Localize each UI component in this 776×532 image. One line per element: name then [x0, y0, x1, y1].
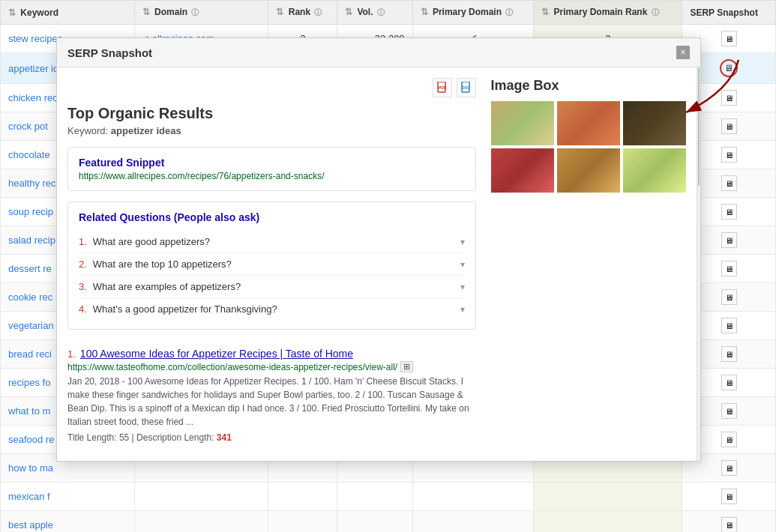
keyword-link[interactable]: cookie rec: [8, 291, 52, 303]
info-icon-primary-domain-rank: ⓘ: [652, 8, 659, 16]
chevron-down-icon: ▾: [460, 304, 465, 315]
related-question-item[interactable]: 2.What are the top 10 appetizers?▾: [79, 253, 465, 276]
keyword-cell: mexican f: [1, 483, 135, 511]
related-questions-title: Related Questions (People also ask): [79, 211, 465, 223]
serp-snapshot-button[interactable]: 🖥: [721, 289, 737, 305]
keyword-link[interactable]: what to m: [8, 405, 50, 417]
col-header-keyword[interactable]: ⇅ Keyword: [1, 1, 135, 25]
doc-icon: DOC: [461, 82, 472, 94]
serp-snapshot-button[interactable]: 🖥: [721, 375, 737, 390]
keyword-link[interactable]: healthy rec: [8, 178, 56, 189]
keyword-subtitle: Keyword: appetizer ideas: [67, 125, 476, 136]
keyword-link[interactable]: bread reci: [8, 348, 52, 360]
featured-snippet-label[interactable]: Featured Snippet: [79, 157, 465, 169]
food-image-5: [557, 148, 620, 193]
keyword-link[interactable]: stew recipes: [8, 33, 62, 44]
serp-snapshot-button[interactable]: 🖥: [721, 31, 737, 46]
keyword-link[interactable]: how to ma: [8, 462, 53, 474]
serp-snapshot-button[interactable]: 🖥: [721, 460, 737, 476]
modal-left-column: PDF DOC Top Organic Results Keyword: app…: [67, 78, 476, 450]
keyword-link[interactable]: best apple: [8, 519, 53, 531]
volume-cell: [337, 511, 413, 533]
col-header-primary-domain[interactable]: ⇅ Primary Domain ⓘ: [412, 1, 534, 25]
monitor-icon: 🖥: [725, 208, 733, 217]
rank-cell: [268, 511, 337, 533]
related-question-item[interactable]: 3.What are examples of appetizers?▾: [79, 276, 465, 298]
serp-snapshot-button[interactable]: 🖥: [721, 232, 737, 248]
keyword-link[interactable]: chocolate: [8, 149, 50, 160]
monitor-icon: 🖥: [725, 122, 733, 131]
info-icon-vol: ⓘ: [377, 8, 385, 16]
col-header-vol[interactable]: ⇅ Vol. ⓘ: [337, 1, 413, 25]
question-number: 2.: [79, 259, 87, 270]
keyword-link[interactable]: seafood re: [8, 434, 54, 445]
serp-snapshot-button[interactable]: 🖥: [721, 261, 737, 276]
keyword-link[interactable]: soup recip: [8, 206, 53, 217]
serp-snapshot-button[interactable]: 🖥: [721, 175, 737, 191]
related-question-item[interactable]: 1.What are good appetizers?▾: [79, 231, 465, 253]
modal-right-column: Image Box: [491, 78, 686, 450]
result-title[interactable]: 100 Awesome Ideas for Appetizer Recipes …: [80, 348, 353, 360]
serp-snapshot-button[interactable]: 🖥: [721, 147, 737, 163]
result-meta: Title Length: 55 | Description Length: 3…: [67, 432, 476, 443]
serp-snapshot-button[interactable]: 🖥: [721, 432, 737, 447]
result-url[interactable]: https://www.tasteofhome.com/collection/a…: [67, 362, 397, 372]
monitor-icon: 🖥: [725, 179, 733, 188]
related-question-item[interactable]: 4.What's a good appetizer for Thanksgivi…: [79, 298, 465, 320]
modal-close-button[interactable]: ×: [676, 46, 690, 59]
chevron-down-icon: ▾: [460, 282, 465, 292]
svg-text:PDF: PDF: [439, 85, 446, 90]
sort-icon-primary-domain-rank: ⇅: [541, 7, 549, 17]
keyword-link[interactable]: recipes fo: [8, 377, 50, 388]
serp-snapshot-cell: 🖥: [682, 483, 776, 511]
question-text: What are examples of appetizers?: [93, 281, 460, 292]
col-header-domain[interactable]: ⇅ Domain ⓘ: [134, 1, 268, 25]
svg-text:DOC: DOC: [462, 86, 470, 90]
keyword-link[interactable]: mexican f: [8, 491, 50, 502]
info-icon-primary-domain: ⓘ: [505, 8, 513, 16]
food-image-1: [491, 101, 554, 145]
keyword-link[interactable]: salad recip: [8, 235, 55, 246]
result-url-row: https://www.tasteofhome.com/collection/a…: [67, 361, 476, 372]
pdf-export-button[interactable]: PDF: [433, 78, 452, 97]
monitor-icon: 🖥: [725, 435, 733, 444]
modal-scrollbar[interactable]: [697, 67, 700, 461]
modal-header: SERP Snapshot ×: [57, 38, 700, 67]
chevron-down-icon: ▾: [460, 259, 465, 270]
serp-snapshot-button[interactable]: 🖥: [721, 489, 737, 504]
bookmark-icon[interactable]: ⊞: [400, 361, 413, 372]
doc-export-button[interactable]: DOC: [457, 78, 476, 97]
col-header-rank[interactable]: ⇅ Rank ⓘ: [268, 1, 337, 25]
top-organic-results-title: Top Organic Results: [67, 105, 476, 122]
monitor-icon: 🖥: [725, 293, 733, 302]
question-text: What's a good appetizer for Thanksgiving…: [93, 303, 460, 315]
rank-cell: [268, 483, 337, 511]
serp-snapshot-button-highlighted[interactable]: 🖥: [720, 59, 738, 77]
col-header-primary-domain-rank[interactable]: ⇅ Primary Domain Rank ⓘ: [534, 1, 682, 25]
related-questions-box: Related Questions (People also ask) 1.Wh…: [67, 202, 476, 330]
keyword-link[interactable]: crock pot: [8, 121, 48, 132]
question-number: 4.: [79, 303, 87, 315]
serp-snapshot-button[interactable]: 🖥: [721, 517, 737, 532]
serp-snapshot-button[interactable]: 🖥: [721, 346, 737, 362]
serp-snapshot-button[interactable]: 🖥: [721, 318, 737, 333]
modal-title: SERP Snapshot: [67, 46, 152, 59]
featured-snippet-url[interactable]: https://www.allrecipes.com/recipes/76/ap…: [79, 171, 465, 181]
monitor-icon: 🖥: [725, 464, 733, 473]
monitor-icon: 🖥: [725, 151, 733, 160]
monitor-icon: 🖥: [725, 521, 733, 530]
keyword-link[interactable]: vegetarian: [8, 320, 54, 331]
col-header-serp-snapshot: SERP Snapshot: [682, 1, 776, 25]
domain-cell: [134, 511, 268, 533]
image-grid: [491, 101, 686, 193]
serp-snapshot-button[interactable]: 🖥: [721, 403, 737, 419]
monitor-icon: 🖥: [725, 94, 733, 103]
question-text: What are good appetizers?: [93, 236, 460, 247]
serp-snapshot-button[interactable]: 🖥: [721, 204, 737, 220]
keyword-link[interactable]: dessert re: [8, 263, 52, 274]
question-text: What are the top 10 appetizers?: [93, 259, 460, 270]
question-number: 1.: [79, 236, 87, 247]
serp-snapshot-button[interactable]: 🖥: [721, 90, 737, 106]
primary-domain-cell: [412, 483, 534, 511]
serp-snapshot-button[interactable]: 🖥: [721, 118, 737, 134]
